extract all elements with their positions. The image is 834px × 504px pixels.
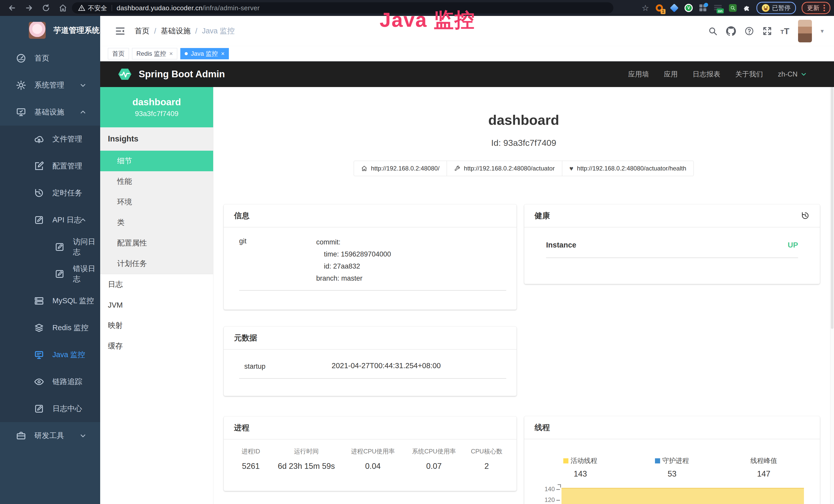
content-scrollbar[interactable] xyxy=(830,87,834,504)
sidebar-item-infrastructure[interactable]: 基础设施 xyxy=(0,98,100,125)
security-label[interactable]: 不安全 xyxy=(88,4,107,12)
close-icon[interactable]: × xyxy=(221,50,224,57)
sba-nav-about[interactable]: 关于我们 xyxy=(735,70,763,79)
sidebar-item-error-logs[interactable]: 错误日志 xyxy=(0,260,100,287)
instance-links: http://192.168.0.2:48080/ http://192.168… xyxy=(214,161,834,176)
info-card: 信息 git commit: time: 1596289704000 id: 2… xyxy=(224,204,517,310)
extension-grid-icon[interactable] xyxy=(698,3,708,13)
browser-menu-icon[interactable] xyxy=(824,5,825,11)
user-avatar[interactable] xyxy=(798,20,812,42)
address-bar[interactable]: 不安全 dashboard.yudao.iocoder.cn/infra/adm… xyxy=(72,2,613,14)
browser-forward-button[interactable] xyxy=(24,3,34,13)
user-menu-caret-icon[interactable]: ▾ xyxy=(821,27,824,35)
threads-card: 线程 活动线程 143 守护进程 xyxy=(524,416,820,504)
instance-nav-logs[interactable]: 日志 xyxy=(100,274,213,295)
instance-nav-config-props[interactable]: 配置属性 xyxy=(100,233,213,253)
sidebar-item-java-monitor[interactable]: Java 监控 xyxy=(0,341,100,368)
update-label: 更新 xyxy=(807,4,819,12)
sidebar-item-access-logs[interactable]: 访问日志 xyxy=(0,233,100,260)
instance-nav-metrics[interactable]: 性能 xyxy=(100,171,213,192)
url-separator xyxy=(112,5,112,11)
instance-actuator-url-button[interactable]: http://192.168.0.2:48080/actuator xyxy=(447,161,562,176)
extension-v-icon[interactable]: V xyxy=(684,4,693,12)
metadata-card: 元数据 startup 2021-04-27T00:44:31.254+08:0… xyxy=(224,327,517,396)
extension-green-search-icon[interactable] xyxy=(728,3,738,13)
legend-live-threads: 活动线程 143 xyxy=(534,456,626,479)
sidebar-item-api-logs[interactable]: API 日志 xyxy=(0,206,100,233)
close-icon[interactable]: × xyxy=(169,50,173,57)
live-threads-swatch xyxy=(563,458,568,463)
browser-reload-button[interactable] xyxy=(41,3,51,13)
instance-header[interactable]: dashboard 93a3fc7f7409 xyxy=(100,87,213,127)
instance-nav-jvm[interactable]: JVM xyxy=(100,295,213,315)
log-icon xyxy=(54,269,65,279)
browser-home-button[interactable] xyxy=(58,3,68,13)
process-col-pid: 进程ID 5261 xyxy=(232,447,270,471)
sidebar-item-mysql-monitor[interactable]: MySQL 监控 xyxy=(0,287,100,314)
breadcrumb: 首页 / 基础设施 / Java 监控 xyxy=(135,26,235,36)
instance-nav-mappings[interactable]: 映射 xyxy=(100,315,213,336)
breadcrumb-infrastructure[interactable]: 基础设施 xyxy=(161,26,191,36)
app-logo-image xyxy=(29,22,46,39)
spring-boot-admin-logo-icon[interactable] xyxy=(117,66,133,83)
tab-home[interactable]: 首页 xyxy=(108,48,129,59)
sidebar-item-log-center[interactable]: 日志中心 xyxy=(0,395,100,422)
font-size-icon[interactable]: TT xyxy=(781,27,789,35)
extensions-puzzle-icon[interactable] xyxy=(743,4,751,12)
instance-nav-caches[interactable]: 缓存 xyxy=(100,336,213,357)
fullscreen-icon[interactable] xyxy=(763,26,772,36)
sidebar-item-file-management[interactable]: 文件管理 xyxy=(0,125,100,153)
breadcrumb-current: Java 监控 xyxy=(202,26,235,36)
breadcrumb-home[interactable]: 首页 xyxy=(135,26,150,36)
sidebar-item-dev-tools[interactable]: 研发工具 xyxy=(0,422,100,449)
bookmark-star-icon[interactable]: ☆ xyxy=(642,4,649,12)
metadata-row-label: startup xyxy=(244,362,332,370)
instance-nav-environment[interactable]: 环境 xyxy=(100,192,213,212)
app-logo-row[interactable]: 芋道管理系统 xyxy=(0,16,100,45)
process-card: 进程 进程ID 5261 运行时间 6d 23h 15m 5 xyxy=(224,416,517,491)
browser-back-button[interactable] xyxy=(7,3,17,13)
gear-icon xyxy=(16,80,26,90)
sidebar-item-system-management[interactable]: 系统管理 xyxy=(0,72,100,98)
paused-profile-badge[interactable]: 已暂停 xyxy=(756,2,796,14)
chart-plot-area xyxy=(562,485,804,504)
sba-nav-wallboard[interactable]: 应用墙 xyxy=(628,70,649,79)
extension-colorzilla-icon[interactable]: 1 xyxy=(655,3,664,13)
instance-health-url-button[interactable]: ♥ http://192.168.0.2:48080/actuator/heal… xyxy=(562,161,694,176)
daemon-threads-swatch xyxy=(655,458,660,463)
extension-switch-on-icon[interactable]: on xyxy=(713,3,723,13)
sidebar-item-config-management[interactable]: 配置管理 xyxy=(0,153,100,180)
security-warning-icon[interactable] xyxy=(78,4,85,12)
app-sidebar: 芋道管理系统 首页 系统管理 基础设施 xyxy=(0,16,100,504)
metadata-card-title: 元数据 xyxy=(234,333,257,343)
legend-peak-threads: 线程峰值 147 xyxy=(718,456,810,479)
chevron-up-icon xyxy=(79,216,87,224)
sba-nav-journal[interactable]: 日志报表 xyxy=(693,70,720,79)
sidebar-item-home[interactable]: 首页 xyxy=(0,45,100,72)
header-search-icon[interactable] xyxy=(708,26,717,36)
tab-java-monitor[interactable]: Java 监控 × xyxy=(180,48,229,59)
instance-nav-details[interactable]: 细节 xyxy=(100,151,213,171)
extension-kite-icon[interactable] xyxy=(670,3,679,13)
health-history-icon[interactable] xyxy=(801,211,810,220)
browser-update-button[interactable]: 更新 xyxy=(802,2,830,14)
tab-redis-monitor[interactable]: Redis 监控 × xyxy=(132,48,177,59)
instance-base-url-button[interactable]: http://192.168.0.2:48080/ xyxy=(354,161,447,176)
instance-nav-classes[interactable]: 类 xyxy=(100,212,213,233)
sba-nav-applications[interactable]: 应用 xyxy=(664,70,678,79)
instance-nav-scheduled-tasks[interactable]: 计划任务 xyxy=(100,253,213,274)
sba-title[interactable]: Spring Boot Admin xyxy=(139,69,225,79)
sidebar-item-redis-monitor[interactable]: Redis 监控 xyxy=(0,314,100,341)
tags-view-bar: 首页 Redis 监控 × Java 监控 × xyxy=(100,46,834,61)
scrollbar-thumb[interactable] xyxy=(831,87,833,329)
sidebar-toggle-hamburger-icon[interactable] xyxy=(115,26,125,36)
sidebar-item-tracing[interactable]: 链路追踪 xyxy=(0,368,100,395)
help-icon[interactable] xyxy=(745,26,754,36)
sidebar-item-scheduled-tasks[interactable]: 定时任务 xyxy=(0,180,100,206)
sba-language-select[interactable]: zh-CN xyxy=(778,70,807,78)
app-brand-title: 芋道管理系统 xyxy=(53,25,100,36)
health-instance-row[interactable]: Instance UP xyxy=(546,241,798,249)
briefcase-icon xyxy=(16,431,26,441)
instance-id: 93a3fc7f7409 xyxy=(135,110,178,118)
github-icon[interactable] xyxy=(726,26,736,36)
